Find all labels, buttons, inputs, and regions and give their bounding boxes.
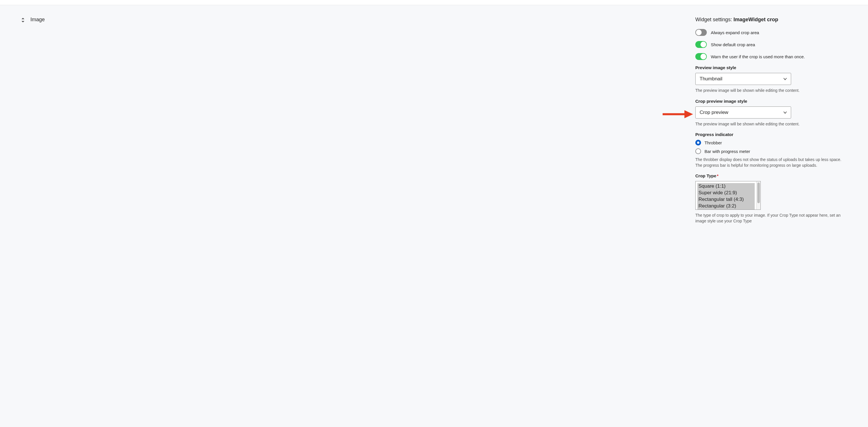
toggle-row-expand-crop: Always expand crop area bbox=[695, 29, 847, 36]
crop-type-multiselect[interactable]: Square (1:1) Super wide (21:9) Rectangul… bbox=[695, 181, 761, 210]
top-bar bbox=[0, 0, 868, 5]
radio-label-bar: Bar with progress meter bbox=[705, 149, 750, 154]
toggle-label-expand: Always expand crop area bbox=[711, 30, 759, 35]
crop-type-option[interactable]: Square (1:1) bbox=[697, 183, 755, 190]
main-panel: Image Widget settings: ImageWidget crop … bbox=[9, 5, 859, 235]
preview-style-label: Preview image style bbox=[695, 65, 847, 70]
crop-preview-style-select[interactable]: Crop preview bbox=[695, 106, 791, 119]
heading-prefix: Widget settings: bbox=[695, 17, 734, 22]
radio-throbber[interactable] bbox=[695, 140, 701, 146]
radio-row-throbber: Throbber bbox=[695, 140, 847, 146]
crop-type-label-text: Crop Type bbox=[695, 173, 716, 178]
scrollbar-thumb[interactable] bbox=[757, 183, 760, 203]
field-label-image: Image bbox=[30, 17, 45, 23]
toggle-label-warn: Warn the user if the crop is used more t… bbox=[711, 54, 805, 59]
preview-style-value: Thumbnail bbox=[700, 76, 722, 82]
preview-style-group: Preview image style Thumbnail The previe… bbox=[695, 65, 847, 94]
settings-column: Widget settings: ImageWidget crop Always… bbox=[695, 17, 847, 229]
toggle-row-warn-user: Warn the user if the crop is used more t… bbox=[695, 53, 847, 60]
radio-bar[interactable] bbox=[695, 148, 701, 154]
multiselect-inner: Square (1:1) Super wide (21:9) Rectangul… bbox=[695, 181, 756, 210]
progress-label: Progress indicator bbox=[695, 132, 847, 137]
settings-heading: Widget settings: ImageWidget crop bbox=[695, 17, 847, 23]
required-asterisk: * bbox=[717, 173, 718, 178]
left-column: Image bbox=[21, 17, 45, 229]
progress-group: Progress indicator Throbber Bar with pro… bbox=[695, 132, 847, 168]
preview-style-select-wrap: Thumbnail bbox=[695, 73, 791, 85]
crop-type-option[interactable]: Super wide (21:9) bbox=[697, 190, 755, 196]
crop-preview-style-help: The preview image will be shown while ed… bbox=[695, 121, 847, 127]
progress-help: The throbber display does not show the s… bbox=[695, 157, 847, 168]
preview-style-help: The preview image will be shown while ed… bbox=[695, 88, 847, 94]
crop-type-group: Crop Type* Square (1:1) Super wide (21:9… bbox=[695, 173, 847, 224]
svg-marker-1 bbox=[684, 110, 693, 118]
crop-type-option[interactable]: Rectangular (3:2) bbox=[697, 203, 755, 210]
drag-handle-icon[interactable] bbox=[21, 18, 25, 22]
toggle-row-default-crop: Show default crop area bbox=[695, 41, 847, 48]
crop-type-option[interactable]: Rectangular tall (4:3) bbox=[697, 196, 755, 203]
toggle-always-expand[interactable] bbox=[695, 29, 707, 36]
toggle-show-default[interactable] bbox=[695, 41, 707, 48]
toggle-label-default: Show default crop area bbox=[711, 42, 755, 47]
crop-preview-style-value: Crop preview bbox=[700, 110, 728, 115]
arrow-callout-icon bbox=[662, 109, 693, 119]
crop-preview-style-group: Crop preview image style Crop preview Th… bbox=[695, 99, 847, 127]
crop-preview-style-label: Crop preview image style bbox=[695, 99, 847, 103]
preview-style-select[interactable]: Thumbnail bbox=[695, 73, 791, 85]
crop-type-help: The type of crop to apply to your image.… bbox=[695, 213, 847, 224]
crop-type-label: Crop Type* bbox=[695, 173, 847, 178]
multiselect-scrollbar[interactable] bbox=[756, 181, 761, 210]
radio-label-throbber: Throbber bbox=[705, 140, 722, 145]
heading-strong: ImageWidget crop bbox=[734, 17, 778, 22]
radio-row-bar: Bar with progress meter bbox=[695, 148, 847, 154]
crop-preview-style-select-wrap: Crop preview bbox=[695, 106, 791, 119]
toggle-warn-user[interactable] bbox=[695, 53, 707, 60]
